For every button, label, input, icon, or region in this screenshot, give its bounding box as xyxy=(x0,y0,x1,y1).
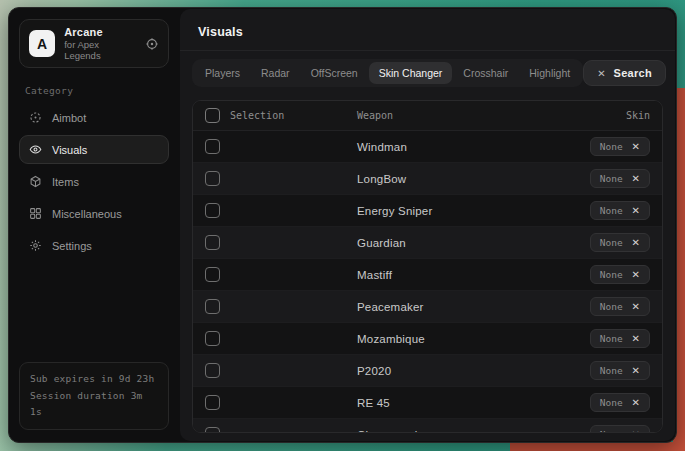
tab[interactable]: Skin Changer xyxy=(369,62,453,84)
skin-select-badge[interactable]: None ✕ xyxy=(590,201,650,220)
sidebar-item-settings[interactable]: Settings xyxy=(19,231,169,260)
clear-skin-icon[interactable]: ✕ xyxy=(632,365,640,376)
row-checkbox[interactable] xyxy=(205,299,220,314)
app-subtitle: for Apex Legends xyxy=(64,39,136,61)
skin-value: None xyxy=(600,429,623,433)
toolbar: Players Radar OffScreen Skin Changer xyxy=(180,51,675,91)
table-row: P2020 None ✕ xyxy=(193,355,662,387)
skin-value: None xyxy=(600,333,623,344)
table-row: LongBow None ✕ xyxy=(193,163,662,195)
tab-label: Players xyxy=(205,67,240,79)
clear-skin-icon[interactable]: ✕ xyxy=(632,397,640,408)
table-row: Mozambique None ✕ xyxy=(193,323,662,355)
row-checkbox[interactable] xyxy=(205,203,220,218)
skin-select-badge[interactable]: None ✕ xyxy=(590,329,650,348)
table-row: Changemaker None ✕ xyxy=(193,419,662,433)
clear-skin-icon[interactable]: ✕ xyxy=(632,173,640,184)
skin-value: None xyxy=(600,141,623,152)
row-checkbox[interactable] xyxy=(205,395,220,410)
skin-select-badge[interactable]: None ✕ xyxy=(590,393,650,412)
sidebar-item-label: Settings xyxy=(52,240,92,252)
sidebar-item-visuals[interactable]: Visuals xyxy=(19,135,169,164)
column-header-skin: Skin xyxy=(626,110,650,121)
skin-value: None xyxy=(600,205,623,216)
weapon-name: Mozambique xyxy=(357,333,425,345)
clear-skin-icon[interactable]: ✕ xyxy=(632,333,640,344)
clear-skin-icon[interactable]: ✕ xyxy=(632,237,640,248)
skin-changer-table: Selection Weapon Skin Windman None ✕ xyxy=(192,100,663,433)
row-checkbox[interactable] xyxy=(205,427,220,433)
skin-select-badge[interactable]: None ✕ xyxy=(590,233,650,252)
main-header: Visuals xyxy=(180,9,675,51)
skin-value: None xyxy=(600,173,623,184)
grid-icon xyxy=(29,207,42,220)
app-window: A Arcane for Apex Legends Category xyxy=(8,7,677,443)
skin-select-badge[interactable]: None ✕ xyxy=(590,265,650,284)
tab-bar: Players Radar OffScreen Skin Changer xyxy=(192,59,583,87)
tab-label: Radar xyxy=(261,67,290,79)
skin-value: None xyxy=(600,301,623,312)
select-all-checkbox[interactable] xyxy=(205,108,220,123)
weapon-name: P2020 xyxy=(357,365,391,377)
app-name: Arcane xyxy=(64,26,136,38)
sidebar-item-aimbot[interactable]: Aimbot xyxy=(19,103,169,132)
sidebar-item-items[interactable]: Items xyxy=(19,167,169,196)
table-row: Peacemaker None ✕ xyxy=(193,291,662,323)
tab[interactable]: OffScreen xyxy=(301,62,368,84)
brand-card: A Arcane for Apex Legends xyxy=(19,19,169,68)
column-header-selection: Selection xyxy=(230,110,284,121)
category-label: Category xyxy=(25,85,163,96)
tab[interactable]: Players xyxy=(195,62,250,84)
target-icon[interactable] xyxy=(145,37,159,51)
weapon-name: LongBow xyxy=(357,173,406,185)
sidebar-item-label: Items xyxy=(52,176,79,188)
weapon-name: Windman xyxy=(357,141,407,153)
weapon-name: RE 45 xyxy=(357,397,390,409)
tab-label: Crosshair xyxy=(463,67,508,79)
row-checkbox[interactable] xyxy=(205,139,220,154)
skin-select-badge[interactable]: None ✕ xyxy=(590,361,650,380)
clear-skin-icon[interactable]: ✕ xyxy=(632,301,640,312)
session-duration-text: Session duration 3m 1s xyxy=(30,388,158,421)
tab[interactable]: Radar xyxy=(251,62,300,84)
tab-label: Skin Changer xyxy=(379,67,443,79)
skin-select-badge[interactable]: None ✕ xyxy=(590,425,650,433)
main-panel: Visuals Players Radar OffScreen xyxy=(180,9,675,441)
sidebar-item-label: Visuals xyxy=(52,144,87,156)
table-row: Guardian None ✕ xyxy=(193,227,662,259)
row-checkbox[interactable] xyxy=(205,267,220,282)
sub-expires-text: Sub expires in 9d 23h xyxy=(30,371,158,388)
skin-value: None xyxy=(600,269,623,280)
search-button-label: Search xyxy=(614,67,653,79)
table-row: RE 45 None ✕ xyxy=(193,387,662,419)
weapon-name: Mastiff xyxy=(357,269,392,281)
desktop-accent-bottom xyxy=(510,442,685,451)
sidebar-item-miscellaneous[interactable]: Miscellaneous xyxy=(19,199,169,228)
row-checkbox[interactable] xyxy=(205,331,220,346)
cube-icon xyxy=(29,175,42,188)
clear-skin-icon[interactable]: ✕ xyxy=(632,141,640,152)
tab[interactable]: Highlight xyxy=(519,62,580,84)
page-title: Visuals xyxy=(198,25,243,39)
app-logo: A xyxy=(29,30,55,57)
column-header-weapon: Weapon xyxy=(357,110,393,121)
search-icon: ✕ xyxy=(597,68,605,79)
weapon-name: Changemaker xyxy=(357,429,431,434)
clear-skin-icon[interactable]: ✕ xyxy=(632,429,640,433)
row-checkbox[interactable] xyxy=(205,235,220,250)
search-button[interactable]: ✕ Search xyxy=(583,60,666,86)
table-row: Windman None ✕ xyxy=(193,131,662,163)
skin-select-badge[interactable]: None ✕ xyxy=(590,297,650,316)
table-row: Mastiff None ✕ xyxy=(193,259,662,291)
weapon-name: Guardian xyxy=(357,237,406,249)
skin-select-badge[interactable]: None ✕ xyxy=(590,169,650,188)
clear-skin-icon[interactable]: ✕ xyxy=(632,205,640,216)
clear-skin-icon[interactable]: ✕ xyxy=(632,269,640,280)
tab[interactable]: Crosshair xyxy=(453,62,518,84)
row-checkbox[interactable] xyxy=(205,363,220,378)
skin-select-badge[interactable]: None ✕ xyxy=(590,137,650,156)
sidebar-item-label: Miscellaneous xyxy=(52,208,122,220)
row-checkbox[interactable] xyxy=(205,171,220,186)
table-body: Windman None ✕ LongBow None ✕ xyxy=(193,131,662,433)
skin-value: None xyxy=(600,397,623,408)
